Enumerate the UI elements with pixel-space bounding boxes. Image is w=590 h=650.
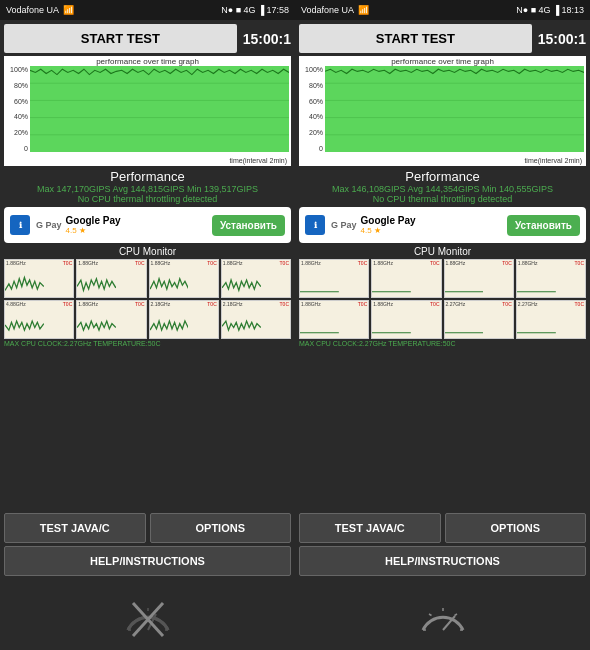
bottom-icons-row [0, 580, 590, 650]
ad-stars-right: 4.5 ★ [361, 226, 416, 235]
help-button-right[interactable]: HELP/INSTRUCTIONS [299, 546, 586, 576]
ad-banner-right: ℹ G Pay Google Pay 4.5 ★ Установить [299, 207, 586, 243]
ad-text-left: Google Pay 4.5 ★ [66, 215, 121, 235]
start-test-button-left[interactable]: START TEST [4, 24, 237, 53]
performance-stats-left: Max 147,170GIPS Avg 144,815GIPS Min 139,… [4, 184, 291, 194]
gpay-logo-left: G Pay [36, 220, 62, 230]
cpu-cell-2: 1.88GHz T0C [149, 259, 219, 298]
timer-left: 15:00:1 [243, 31, 291, 47]
bottom-buttons-right: TEST JAVA/C OPTIONS [299, 513, 586, 543]
cpu-cell-5: 1.88GHz T0C [76, 300, 146, 339]
svg-rect-5 [325, 66, 584, 152]
carrier-left: Vodafone UA [6, 5, 59, 15]
svg-rect-0 [30, 66, 289, 152]
cpu-monitor-right: CPU Monitor 1.88GHz T0C 1.88GHz T0C [299, 246, 586, 510]
status-right-left: N● ■ 4G ▐ 17:58 [221, 5, 289, 15]
ad-info-icon-right: ℹ [305, 215, 325, 235]
cpu-cell-r3: 1.88GHz T0C [516, 259, 586, 298]
cpu-cell-7: 2.18GHz T0C [221, 300, 291, 339]
phone-content-left: START TEST 15:00:1 performance over time… [0, 20, 295, 580]
graph-area-left [30, 66, 289, 152]
status-right-icons: N● ■ 4G ▐ 18:13 [516, 5, 584, 15]
performance-graph-left: performance over time graph 100% 80% 60%… [4, 56, 291, 166]
test-java-button-left[interactable]: TEST JAVA/C [4, 513, 146, 543]
graph-area-right [325, 66, 584, 152]
ad-stars-left: 4.5 ★ [66, 226, 121, 235]
performance-stats-right: Max 146,108GIPS Avg 144,354GIPS Min 140,… [299, 184, 586, 194]
install-button-right[interactable]: Установить [507, 215, 580, 236]
graph-title-left: performance over time graph [4, 57, 291, 66]
thermal-text-right: No CPU thermal throttling detected [299, 194, 586, 204]
time-left: 17:58 [266, 5, 289, 15]
signal-icon-right: 📶 [358, 5, 369, 15]
cpu-cell-6: 2.18GHz T0C [149, 300, 219, 339]
options-button-right[interactable]: OPTIONS [445, 513, 587, 543]
top-bar-left: START TEST 15:00:1 [4, 24, 291, 53]
y-labels-left: 100% 80% 60% 40% 20% 0 [4, 66, 30, 152]
status-icons-left: N● ■ 4G ▐ [221, 5, 264, 15]
y-labels-right: 100% 80% 60% 40% 20% 0 [299, 66, 325, 152]
status-left: Vodafone UA 📶 [6, 5, 74, 15]
phone-content-right: START TEST 15:00:1 performance over time… [295, 20, 590, 580]
cpu-footer-right: MAX CPU CLOCK:2.27GHz TEMPERATURE:50C [299, 340, 586, 347]
status-bar-right: Vodafone UA 📶 N● ■ 4G ▐ 18:13 [295, 0, 590, 20]
cpu-cell-r2: 1.88GHz T0C [444, 259, 514, 298]
time-right: 18:13 [561, 5, 584, 15]
svg-line-21 [454, 614, 457, 616]
test-java-button-right[interactable]: TEST JAVA/C [299, 513, 441, 543]
ad-name-left: Google Pay [66, 215, 121, 226]
thermal-text-left: No CPU thermal throttling detected [4, 194, 291, 204]
top-bar-right: START TEST 15:00:1 [299, 24, 586, 53]
signal-icon-left: 📶 [63, 5, 74, 15]
options-button-left[interactable]: OPTIONS [150, 513, 292, 543]
bottom-buttons-left: TEST JAVA/C OPTIONS [4, 513, 291, 543]
performance-title-right: Performance [299, 169, 586, 184]
ad-gpay-right: G Pay Google Pay 4.5 ★ [331, 215, 501, 235]
graph-time-label-left: time(interval 2min) [229, 157, 287, 164]
cpu-cell-3: 1.88GHz T0C [221, 259, 291, 298]
ad-banner-left: ℹ G Pay Google Pay 4.5 ★ Установить [4, 207, 291, 243]
ad-gpay-left: G Pay Google Pay 4.5 ★ [36, 215, 206, 235]
cpu-cell-r6: 2.27GHz T0C [444, 300, 514, 339]
cpu-cell-r5: 1.88GHz T0C [371, 300, 441, 339]
cpu-cell-r7: 2.27GHz T0C [516, 300, 586, 339]
graph-time-label-right: time(interval 2min) [524, 157, 582, 164]
install-button-left[interactable]: Установить [212, 215, 285, 236]
performance-section-left: Performance Max 147,170GIPS Avg 144,815G… [4, 169, 291, 204]
performance-section-right: Performance Max 146,108GIPS Avg 144,354G… [299, 169, 586, 204]
cpu-cell-r4: 1.88GHz T0C [299, 300, 369, 339]
speedometer-icon [413, 588, 473, 648]
cpu-grid-left: 1.88GHz T0C 1.88GHz T0C 1. [4, 259, 291, 339]
carrier-right: Vodafone UA [301, 5, 354, 15]
phone-right: Vodafone UA 📶 N● ■ 4G ▐ 18:13 START TEST… [295, 0, 590, 580]
ad-info-icon-left: ℹ [10, 215, 30, 235]
performance-graph-right: performance over time graph 100% 80% 60%… [299, 56, 586, 166]
cpu-cell-4: 4.88GHz T0C [4, 300, 74, 339]
cpu-grid-right: 1.88GHz T0C 1.88GHz T0C 1. [299, 259, 586, 339]
cpu-cell-1: 1.88GHz T0C [76, 259, 146, 298]
cpu-monitor-title-left: CPU Monitor [4, 246, 291, 257]
cpu-monitor-left: CPU Monitor 1.88GHz T0C 1.88GHz T0C [4, 246, 291, 510]
status-icons-right: N● ■ 4G ▐ [516, 5, 559, 15]
cpu-cell-0: 1.88GHz T0C [4, 259, 74, 298]
ad-name-right: Google Pay [361, 215, 416, 226]
cpu-monitor-title-right: CPU Monitor [299, 246, 586, 257]
start-test-button-right[interactable]: START TEST [299, 24, 532, 53]
status-right-carrier: Vodafone UA 📶 [301, 5, 369, 15]
cpu-cell-r1: 1.88GHz T0C [371, 259, 441, 298]
help-button-left[interactable]: HELP/INSTRUCTIONS [4, 546, 291, 576]
cpu-cell-r0: 1.88GHz T0C [299, 259, 369, 298]
graph-title-right: performance over time graph [299, 57, 586, 66]
performance-title-left: Performance [4, 169, 291, 184]
status-bar-left: Vodafone UA 📶 N● ■ 4G ▐ 17:58 [0, 0, 295, 20]
speedometer-crossed-icon [118, 588, 178, 648]
ad-text-right: Google Pay 4.5 ★ [361, 215, 416, 235]
svg-line-20 [429, 614, 432, 616]
timer-right: 15:00:1 [538, 31, 586, 47]
phone-left: Vodafone UA 📶 N● ■ 4G ▐ 17:58 START TEST… [0, 0, 295, 580]
cpu-footer-left: MAX CPU CLOCK:2.27GHz TEMPERATURE:50C [4, 340, 291, 347]
gpay-logo-right: G Pay [331, 220, 357, 230]
